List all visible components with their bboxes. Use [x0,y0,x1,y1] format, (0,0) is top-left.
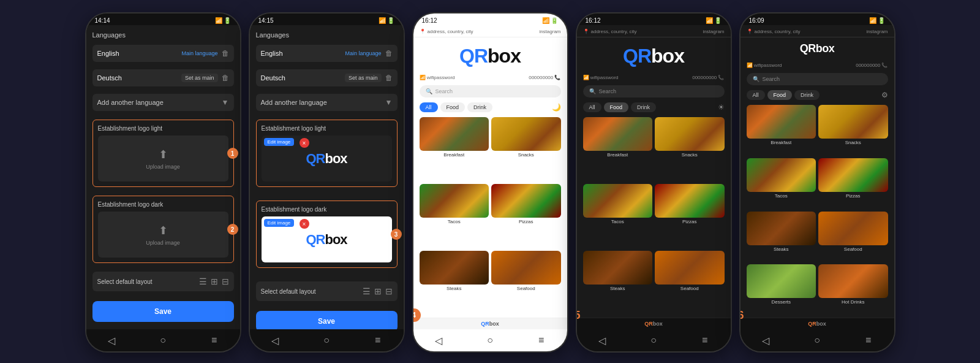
food-label-steaks-4: Steaks [610,286,625,291]
nav-home-4[interactable]: ○ [647,334,660,346]
lang-english-row-1: English Main language 🗑 [92,45,234,62]
nav-recents-4[interactable]: ≡ [699,334,711,346]
food-snacks-4[interactable]: Snacks [655,117,725,182]
info-row-4: 📶 wifipassword 000000000 📞 [577,72,731,83]
phone-info-3: 000000000 📞 [529,75,560,80]
delete-image-btn-light-2[interactable]: × [300,138,309,148]
set-as-main-btn-1[interactable]: Set as main [181,74,218,82]
layout-grid-icon-2[interactable]: ⊞ [374,286,382,296]
layout-list-icon-2[interactable]: ☰ [363,286,371,296]
settings-icon-5[interactable]: ⚙ [881,91,888,99]
food-desserts-5[interactable]: Desserts [747,264,816,315]
lang-badge-1: Main language [181,50,217,56]
nav-home-2[interactable]: ○ [320,334,333,346]
nav-back-5[interactable]: ◁ [760,334,772,346]
food-breakfast-5[interactable]: Breakfast [747,105,816,156]
edit-image-btn-light-2[interactable]: Edit image [264,138,295,146]
logo-light-upload-1[interactable]: ⬆ Upload image [98,136,228,182]
settings-screen-2: Languages English Main language 🗑 Deutsc… [250,25,404,329]
tab-food-5[interactable]: Food [767,90,793,100]
layout-list-icon[interactable]: ☰ [199,277,207,286]
food-label-pizzas-5: Pizzas [846,193,861,199]
save-btn-1[interactable]: Save [92,301,234,322]
logo-light-section-1: Establishment logo light ⬆ Upload image … [92,120,234,187]
tab-food-3[interactable]: Food [440,102,466,112]
food-snacks-3[interactable]: Snacks [491,117,561,182]
layout-row-2: Select default layout ☰ ⊞ ⊟ [256,281,398,301]
edit-image-btn-dark-2[interactable]: Edit image [264,219,295,227]
settings-icon-4[interactable]: ☀ [718,103,725,112]
tab-all-4[interactable]: All [583,102,601,112]
lang-deutsch-row-2: Deutsch Set as main 🗑 [256,69,398,86]
tab-drink-3[interactable]: Drink [467,102,492,112]
layout-wide-icon-2[interactable]: ⊟ [385,286,393,296]
trash-icon-1[interactable]: 🗑 [222,49,229,58]
logo-dark-label-2: Establishment logo dark [262,206,392,213]
food-label-pizzas-3: Pizzas [519,219,533,224]
food-tacos-5[interactable]: Tacos [747,158,816,209]
nav-recents-5[interactable]: ≡ [862,334,875,346]
logo-dark-upload-1[interactable]: ⬆ Upload image [98,212,228,258]
trash-icon-eng-2[interactable]: 🗑 [385,49,393,58]
wifi-info-4: 📶 wifipassword [583,75,619,80]
food-breakfast-3[interactable]: Breakfast [420,117,489,182]
add-lang-text-1: Add another language [97,99,218,106]
food-seafood-5[interactable]: Seafood [818,212,888,262]
search-bar-5[interactable]: 🔍 Search [747,73,888,85]
delete-image-btn-dark-2[interactable]: × [300,219,309,229]
food-label-snacks-4: Snacks [682,152,698,158]
phone-info-5: 000000000 📞 [856,63,888,68]
tab-all-3[interactable]: All [420,102,438,112]
add-lang-row-2[interactable]: Add another language ▼ [256,94,398,111]
nav-recents-3[interactable]: ≡ [535,334,548,346]
search-bar-4[interactable]: 🔍 Search [583,85,725,97]
save-btn-2[interactable]: Save [256,311,398,329]
layout-grid-icon[interactable]: ⊞ [211,277,218,286]
phone-info-4: 000000000 📞 [692,75,724,80]
food-snacks-5[interactable]: Snacks [818,105,888,156]
food-breakfast-4[interactable]: Breakfast [583,117,653,182]
food-steaks-4[interactable]: Steaks [583,251,653,315]
screen-4: 📍 address, country, city instagram QRbox… [577,25,731,329]
phone-4: 16:12 📶 🔋 📍 address, country, city insta… [576,12,732,353]
nav-back-1[interactable]: ◁ [105,334,118,346]
trash-icon-deu-2[interactable]: 🗑 [385,74,393,82]
nav-recents-2[interactable]: ≡ [372,334,384,346]
tab-drink-4[interactable]: Drink [631,102,656,112]
header-instagram-5: instagram [866,29,888,34]
nav-back-3[interactable]: ◁ [432,334,445,346]
food-steaks-5[interactable]: Steaks [747,212,816,262]
nav-home-5[interactable]: ○ [811,334,823,346]
set-main-btn-2[interactable]: Set as main [345,74,382,82]
lang-english-row-2: English Main language 🗑 [256,45,398,62]
trash-icon-deutsch-1[interactable]: 🗑 [222,74,229,82]
settings-icon-3[interactable]: 🌙 [552,103,561,112]
add-lang-row-1[interactable]: Add another language ▼ [92,94,234,111]
food-seafood-4[interactable]: Seafood [655,251,725,315]
food-steaks-3[interactable]: Steaks [420,251,489,315]
tab-drink-5[interactable]: Drink [794,90,820,100]
tab-food-4[interactable]: Food [604,102,629,112]
food-pizzas-5[interactable]: Pizzas [818,158,888,209]
food-hotdrinks-5[interactable]: Hot Drinks [818,264,888,315]
food-img-seafood-3 [491,251,561,285]
food-pizzas-3[interactable]: Pizzas [491,184,561,248]
food-pizzas-4[interactable]: Pizzas [655,184,725,248]
nav-home-3[interactable]: ○ [484,334,496,346]
logo-light-image-2: Edit image × QRbox [262,136,392,182]
search-icon-4: 🔍 [589,88,596,94]
nav-back-4[interactable]: ◁ [596,334,608,346]
food-img-steaks-4 [583,251,653,285]
food-label-seafood-5: Seafood [844,246,862,252]
nav-back-2[interactable]: ◁ [269,334,281,346]
nav-home-1[interactable]: ○ [157,334,169,346]
food-tacos-4[interactable]: Tacos [583,184,653,248]
nav-recents-1[interactable]: ≡ [208,334,221,346]
food-seafood-3[interactable]: Seafood [491,251,561,315]
food-tacos-3[interactable]: Tacos [420,184,489,248]
food-label-breakfast-3: Breakfast [443,152,464,158]
layout-wide-icon[interactable]: ⊟ [222,277,229,286]
food-img-snacks-3 [491,117,561,151]
search-bar-3[interactable]: 🔍 Search [420,85,561,97]
tab-all-5[interactable]: All [747,90,765,100]
